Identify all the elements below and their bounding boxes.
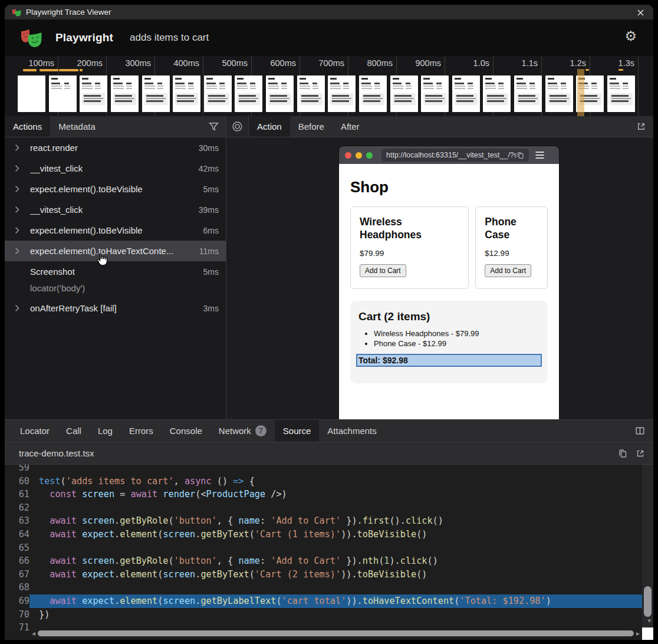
traffic-light-red — [345, 152, 351, 159]
filmstrip-thumbnail[interactable] — [266, 75, 294, 112]
scroll-left-arrow[interactable]: ◂ — [29, 629, 38, 638]
scroll-right-arrow[interactable]: ▸ — [634, 629, 642, 638]
tab-locator[interactable]: Locator — [12, 420, 58, 442]
filmstrip-thumbnail[interactable] — [390, 75, 418, 112]
timeline-tick-label: 400ms — [173, 58, 199, 68]
filmstrip-thumbnail[interactable] — [483, 75, 511, 112]
chevron-right-icon[interactable] — [15, 304, 25, 312]
scroll-down-arrow[interactable]: ▾ — [647, 617, 651, 625]
highlighted-code-line: await expect.element(screen.getByLabelTe… — [29, 594, 653, 608]
filmstrip-thumbnail[interactable] — [80, 75, 107, 112]
horizontal-scrollbar-thumb[interactable] — [38, 630, 634, 636]
bottom-tabbar: LocatorCallLogErrorsConsoleNetwork7Sourc… — [5, 420, 653, 442]
action-row[interactable]: __vitest_click39ms — [5, 199, 226, 220]
copy-source-icon[interactable] — [618, 449, 627, 458]
line-number: 66 — [5, 554, 29, 568]
tab-attachments[interactable]: Attachments — [319, 420, 384, 442]
cart-card: Cart (2 items) Wireless Headphones - $79… — [350, 301, 548, 383]
filmstrip-thumbnail[interactable] — [173, 75, 200, 112]
filmstrip-thumbnail[interactable] — [49, 75, 77, 112]
source-code-pane: 5960test('adds items to cart', async () … — [5, 465, 653, 640]
tab-log[interactable]: Log — [90, 420, 121, 442]
action-duration: 42ms — [194, 164, 219, 173]
filmstrip-thumbnail[interactable] — [18, 75, 45, 112]
close-icon[interactable] — [636, 8, 645, 17]
action-row[interactable]: react.render30ms — [5, 137, 226, 158]
pick-locator-icon[interactable] — [226, 116, 249, 137]
code-text: await expect.element(screen.getByText('C… — [29, 568, 653, 581]
chevron-right-icon[interactable] — [15, 247, 25, 255]
open-source-external-icon[interactable] — [636, 449, 645, 458]
open-snapshot-external-icon[interactable] — [629, 116, 653, 137]
tab-call[interactable]: Call — [58, 420, 90, 442]
timeline-tick-label: 800ms — [367, 58, 393, 68]
tab-network[interactable]: Network7 — [210, 420, 275, 442]
timeline-tick-label: 500ms — [222, 58, 248, 68]
filmstrip-thumbnail[interactable] — [142, 75, 170, 112]
chevron-right-icon[interactable] — [15, 226, 25, 234]
actions-panel: ActionsMetadata react.render30ms__vitest… — [5, 116, 226, 419]
filmstrip-thumbnail[interactable] — [421, 75, 449, 112]
filmstrip-thumbnail[interactable] — [545, 75, 573, 112]
source-filename: trace-demo.test.tsx — [19, 448, 94, 458]
chevron-right-icon[interactable] — [15, 206, 25, 213]
tab-label: Source — [283, 426, 311, 436]
horizontal-scrollbar[interactable]: ◂ ▸ — [29, 629, 642, 638]
tab-actions[interactable]: Actions — [5, 116, 50, 137]
action-duration: 39ms — [194, 205, 219, 215]
timeline-tick-label: 700ms — [318, 58, 344, 68]
timeline-tick-label: 1.3s — [618, 58, 634, 68]
filmstrip-thumbnail[interactable] — [328, 75, 356, 112]
tab-errors[interactable]: Errors — [121, 420, 162, 442]
filmstrip-thumbnail[interactable] — [452, 75, 480, 112]
action-duration: 3ms — [199, 304, 219, 313]
actions-list: react.render30ms__vitest_click42msexpect… — [5, 137, 226, 419]
filmstrip-thumbnail[interactable] — [359, 75, 387, 112]
vertical-scrollbar[interactable]: ▾ — [642, 465, 653, 627]
traffic-light-green — [366, 152, 373, 159]
action-row[interactable]: Screenshot5ms — [5, 261, 226, 282]
action-locator-subtitle: locator('body') — [5, 282, 226, 298]
chevron-right-icon[interactable] — [15, 185, 25, 193]
filmstrip-thumbnail[interactable] — [607, 75, 635, 112]
action-duration: 5ms — [199, 185, 219, 194]
code-text: const screen = await render(<ProductPage… — [29, 488, 653, 501]
browser-menu-icon — [535, 151, 545, 159]
filmstrip-thumbnail[interactable] — [235, 75, 262, 112]
chevron-right-icon[interactable] — [15, 165, 25, 172]
filter-icon[interactable] — [202, 116, 226, 137]
code-line: 67 await expect.element(screen.getByText… — [5, 568, 653, 581]
action-row[interactable]: __vitest_click42ms — [5, 158, 226, 179]
action-row[interactable]: expect.element().toBeVisible5ms — [5, 179, 226, 199]
tab-after[interactable]: After — [333, 116, 368, 137]
code-line: 61 const screen = await render(<ProductP… — [5, 488, 653, 501]
tab-source[interactable]: Source — [275, 420, 320, 442]
action-title: expect.element().toHaveTextConte... — [30, 246, 173, 256]
tab-before[interactable]: Before — [290, 116, 333, 137]
code-line: 64 await expect.element(screen.getByText… — [5, 528, 653, 541]
timeline-tick-label: 300ms — [125, 58, 151, 68]
tab-action[interactable]: Action — [249, 116, 290, 137]
add-to-cart-button: Add to Cart — [360, 264, 406, 277]
filmstrip-thumbnail[interactable] — [204, 75, 232, 112]
playwright-logo — [20, 27, 42, 49]
tab-console[interactable]: Console — [162, 420, 210, 442]
code-line: 60test('adds items to cart', async () =>… — [5, 475, 653, 488]
filmstrip-thumbnail[interactable] — [297, 75, 325, 112]
vertical-scrollbar-thumb[interactable] — [644, 586, 652, 617]
chevron-right-icon[interactable] — [15, 144, 25, 152]
timeline[interactable]: 100ms200ms300ms400ms500ms600ms700ms800ms… — [5, 56, 653, 116]
filmstrip-thumbnail[interactable] — [514, 75, 542, 112]
action-row[interactable]: expect.element().toBeVisible6ms — [5, 220, 226, 241]
line-number: 61 — [5, 488, 29, 501]
tab-metadata[interactable]: Metadata — [50, 116, 104, 137]
snapshot-tabbar: ActionBeforeAfter — [226, 116, 653, 137]
timeline-tick-label: 600ms — [270, 58, 296, 68]
action-row[interactable]: onAfterRetryTask [fail]3ms — [5, 298, 226, 318]
action-row[interactable]: expect.element().toHaveTextConte...11ms — [5, 241, 226, 261]
main-split: ActionsMetadata react.render30ms__vitest… — [5, 116, 653, 420]
gear-icon[interactable]: ⚙ — [624, 29, 637, 43]
split-view-icon[interactable] — [627, 420, 653, 442]
filmstrip-thumbnail[interactable] — [111, 75, 139, 112]
action-duration-bar — [23, 69, 37, 71]
